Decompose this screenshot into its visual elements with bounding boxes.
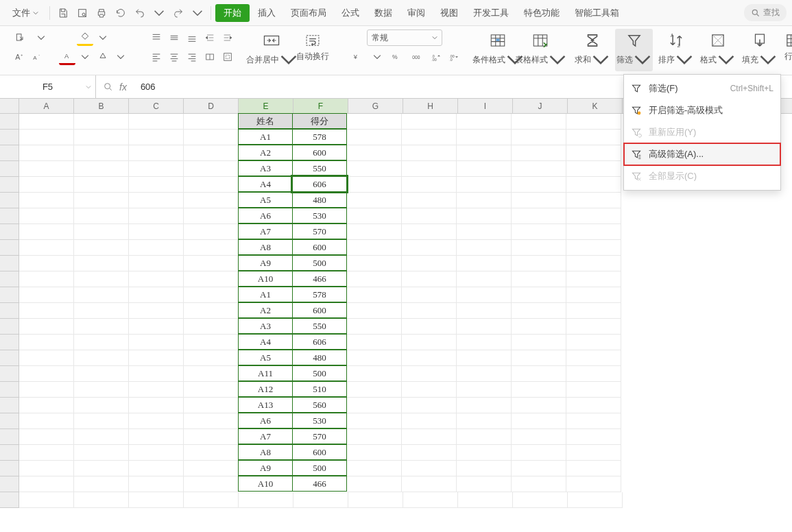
- cell-G11[interactable]: [347, 271, 402, 287]
- cell-K15[interactable]: [566, 335, 621, 350]
- row-header-1[interactable]: [0, 114, 19, 130]
- cell-H19[interactable]: [402, 398, 457, 413]
- cell-K10[interactable]: [566, 256, 621, 271]
- cell-D19[interactable]: [184, 398, 239, 413]
- cell-G3[interactable]: [347, 145, 402, 161]
- cell-F11[interactable]: 466: [292, 271, 347, 287]
- row-header-8[interactable]: [0, 224, 19, 240]
- indent-increase-button[interactable]: [219, 29, 236, 46]
- cell-A18[interactable]: [19, 382, 74, 398]
- cell-C24[interactable]: [129, 476, 184, 492]
- cell-I7[interactable]: [457, 208, 512, 224]
- row-header-6[interactable]: [0, 193, 19, 208]
- cell-K17[interactable]: [566, 366, 621, 382]
- cell-C12[interactable]: [129, 287, 184, 303]
- cell-I18[interactable]: [457, 382, 512, 398]
- row-header-23[interactable]: [0, 461, 19, 476]
- column-header-I[interactable]: I: [458, 99, 513, 113]
- cell-A3[interactable]: [19, 145, 74, 161]
- tab-9[interactable]: 智能工具箱: [568, 4, 626, 22]
- column-header-C[interactable]: C: [129, 99, 184, 113]
- format-button[interactable]: 格式: [699, 29, 736, 71]
- cell-I10[interactable]: [457, 256, 512, 271]
- cell-F23[interactable]: 500: [292, 460, 347, 476]
- cell-B23[interactable]: [74, 461, 129, 476]
- cell-B16[interactable]: [74, 350, 129, 366]
- cell-D16[interactable]: [184, 350, 239, 366]
- cell-E18[interactable]: A12: [238, 381, 293, 397]
- cell-F25[interactable]: [293, 492, 348, 508]
- cell-B24[interactable]: [74, 476, 129, 492]
- cell-A8[interactable]: [19, 224, 74, 240]
- cell-G19[interactable]: [347, 398, 402, 413]
- dropdown-item-0[interactable]: 筛选(F)Ctrl+Shift+L: [624, 77, 780, 99]
- cell-H21[interactable]: [402, 429, 457, 445]
- fill-button[interactable]: 填充: [741, 29, 778, 71]
- cell-D9[interactable]: [184, 240, 239, 256]
- cell-J20[interactable]: [512, 413, 566, 429]
- undo-dropdown-button[interactable]: [150, 4, 168, 22]
- row-header-3[interactable]: [0, 145, 19, 161]
- fx-icon[interactable]: fx: [119, 82, 127, 93]
- cell-F16[interactable]: 480: [292, 350, 347, 365]
- cell-G13[interactable]: [347, 303, 402, 319]
- cell-E4[interactable]: A3: [238, 160, 293, 176]
- cell-J21[interactable]: [512, 429, 566, 445]
- tab-0[interactable]: 开始: [215, 4, 250, 22]
- cell-F24[interactable]: 466: [292, 476, 347, 492]
- cell-I20[interactable]: [457, 413, 512, 429]
- cell-D15[interactable]: [184, 335, 239, 350]
- cell-G10[interactable]: [347, 256, 402, 271]
- cell-J10[interactable]: [512, 256, 566, 271]
- cell-B18[interactable]: [74, 382, 129, 398]
- cell-B4[interactable]: [74, 161, 129, 177]
- cell-A6[interactable]: [19, 193, 74, 208]
- cell-E9[interactable]: A8: [238, 239, 293, 255]
- tab-4[interactable]: 数据: [368, 4, 399, 22]
- cell-J8[interactable]: [512, 224, 566, 240]
- cell-E14[interactable]: A3: [238, 318, 293, 334]
- search-button[interactable]: 查找: [744, 4, 787, 21]
- row-header-13[interactable]: [0, 303, 19, 319]
- cell-J7[interactable]: [512, 208, 566, 224]
- cell-C3[interactable]: [129, 145, 184, 161]
- tab-5[interactable]: 审阅: [400, 4, 432, 22]
- cell-C8[interactable]: [129, 224, 184, 240]
- cell-D17[interactable]: [184, 366, 239, 382]
- cell-I14[interactable]: [457, 319, 512, 335]
- cell-E11[interactable]: A10: [238, 271, 293, 287]
- indent-decrease-button[interactable]: [202, 29, 218, 46]
- cell-F22[interactable]: 600: [292, 444, 347, 460]
- rotate-text-button[interactable]: [219, 49, 236, 65]
- comma-button[interactable]: 000: [407, 49, 427, 65]
- cell-G9[interactable]: [347, 240, 402, 256]
- cell-F5[interactable]: 606: [292, 176, 347, 192]
- cell-A20[interactable]: [19, 413, 74, 429]
- cell-I15[interactable]: [457, 335, 512, 350]
- cell-F15[interactable]: 606: [292, 334, 347, 350]
- cell-E21[interactable]: A7: [238, 428, 293, 444]
- font-increase-button[interactable]: A+: [12, 49, 28, 65]
- column-header-B[interactable]: B: [74, 99, 129, 113]
- cell-K20[interactable]: [566, 413, 621, 429]
- cell-I5[interactable]: [457, 177, 512, 193]
- filter-button[interactable]: 筛选: [615, 29, 653, 71]
- tab-1[interactable]: 插入: [251, 4, 283, 22]
- cell-G17[interactable]: [347, 366, 402, 382]
- cell-B20[interactable]: [74, 413, 129, 429]
- row-header-17[interactable]: [0, 366, 19, 382]
- cell-K14[interactable]: [566, 319, 621, 335]
- cell-K4[interactable]: [566, 161, 621, 177]
- cell-G7[interactable]: [347, 208, 402, 224]
- column-header-J[interactable]: J: [513, 99, 568, 113]
- cell-D24[interactable]: [184, 476, 239, 492]
- cell-I24[interactable]: [457, 476, 512, 492]
- cell-H17[interactable]: [402, 366, 457, 382]
- font-decrease-button[interactable]: A-: [29, 49, 46, 65]
- cell-F12[interactable]: 578: [292, 287, 347, 302]
- cell-C21[interactable]: [129, 429, 184, 445]
- cell-A21[interactable]: [19, 429, 74, 445]
- conditional-format-button[interactable]: 条件格式: [479, 29, 517, 71]
- cell-J14[interactable]: [512, 319, 566, 335]
- cell-A10[interactable]: [19, 256, 74, 271]
